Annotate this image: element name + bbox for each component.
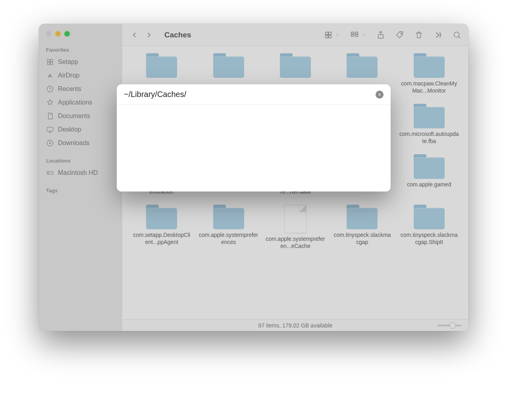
desktop-icon <box>46 126 54 134</box>
sidebar-item-recents[interactable]: Recents <box>39 82 122 96</box>
close-icon <box>378 93 382 97</box>
view-mode-button[interactable] <box>324 31 340 39</box>
svg-rect-11 <box>329 32 331 34</box>
svg-rect-1 <box>50 59 53 62</box>
folder-icon <box>414 53 445 78</box>
sidebar-header-tags: Tags <box>39 186 122 196</box>
status-bar: 97 items, 179,02 GB available <box>122 319 468 331</box>
status-text: 97 items, 179,02 GB available <box>258 322 333 329</box>
tag-button[interactable] <box>395 31 404 39</box>
chevron-updown-icon <box>335 31 340 39</box>
file-item-label: com.apple.systempreferen...eCache <box>266 236 325 250</box>
sidebar-item-label: Macintosh HD <box>58 169 98 176</box>
sidebar-item-applications[interactable]: Applications <box>39 96 122 109</box>
clock-icon <box>46 85 54 93</box>
file-item-label: com.macpaw.CleanMyMac...Monitor <box>399 80 459 94</box>
clear-input-button[interactable] <box>376 91 384 99</box>
file-item-label: com.tinyspeck.slackmacgap.ShipIt <box>399 232 459 246</box>
icon-size-slider[interactable] <box>438 325 461 326</box>
folder-icon <box>414 104 445 128</box>
folder-icon <box>280 53 311 78</box>
folder-icon <box>414 205 445 229</box>
file-item[interactable]: com.tinyspeck.slackmacgap.ShipIt <box>399 205 459 250</box>
sidebar-item-label: Applications <box>58 99 92 106</box>
window-controls <box>39 29 122 44</box>
sidebar-item-macintosh-hd[interactable]: Macintosh HD <box>39 166 122 180</box>
disk-icon <box>46 169 54 177</box>
sidebar: Favorites Setapp AirDrop Recents Applica… <box>39 24 122 331</box>
sidebar-item-label: Documents <box>58 112 90 120</box>
sidebar-item-label: AirDrop <box>58 72 79 79</box>
sidebar-item-label: Setapp <box>58 58 78 66</box>
search-button[interactable] <box>453 31 461 39</box>
go-to-folder-dialog <box>117 84 391 192</box>
svg-rect-3 <box>50 62 53 65</box>
file-item[interactable]: com.tinyspeck.slackmacgap <box>332 205 392 250</box>
go-to-path-input[interactable] <box>124 90 376 99</box>
file-item-label: com.apple.gamed <box>407 181 451 188</box>
downloads-icon <box>46 139 54 147</box>
svg-rect-2 <box>47 62 50 65</box>
window-title: Caches <box>162 31 319 39</box>
svg-rect-17 <box>355 35 358 37</box>
folder-icon <box>213 205 244 229</box>
grid-icon <box>324 31 333 39</box>
svg-rect-15 <box>351 35 354 37</box>
fullscreen-window-button[interactable] <box>64 31 70 37</box>
more-button[interactable] <box>434 31 442 39</box>
setapp-icon <box>46 58 54 66</box>
folder-icon <box>414 154 445 179</box>
forward-button[interactable] <box>145 31 152 39</box>
sidebar-item-label: Recents <box>58 85 81 93</box>
trash-button[interactable] <box>414 31 423 39</box>
svg-rect-14 <box>351 32 354 34</box>
file-item[interactable]: com.apple.gamed <box>399 154 459 195</box>
file-item-label: com.microsoft.autoupdate.fba <box>399 131 459 145</box>
svg-rect-10 <box>326 32 328 34</box>
file-item-label: com.setapp.DesktopClient...ppAgent <box>132 232 191 246</box>
group-by-button[interactable] <box>350 31 366 39</box>
folder-icon <box>146 53 177 78</box>
svg-point-19 <box>401 33 402 34</box>
close-window-button[interactable] <box>46 31 52 37</box>
file-item[interactable]: com.macpaw.CleanMyMac...Monitor <box>399 53 459 94</box>
toolbar: Caches <box>122 24 468 46</box>
svg-rect-6 <box>47 127 53 131</box>
back-button[interactable] <box>131 31 138 39</box>
folder-icon <box>347 53 378 78</box>
sidebar-item-desktop[interactable]: Desktop <box>39 123 122 136</box>
minimize-window-button[interactable] <box>55 31 61 37</box>
file-item[interactable]: com.apple.systempreferen...eCache <box>266 205 325 250</box>
file-item-label: com.tinyspeck.slackmacgap <box>332 232 392 246</box>
folder-icon <box>146 205 177 229</box>
file-icon <box>284 205 306 233</box>
sidebar-item-downloads[interactable]: Downloads <box>39 136 122 150</box>
svg-rect-0 <box>47 59 50 62</box>
sidebar-header-locations: Locations <box>39 156 122 166</box>
sidebar-item-documents[interactable]: Documents <box>39 109 122 123</box>
svg-rect-13 <box>329 35 331 37</box>
chevron-down-icon <box>361 31 366 39</box>
sidebar-item-setapp[interactable]: Setapp <box>39 55 122 69</box>
sidebar-item-airdrop[interactable]: AirDrop <box>39 69 122 82</box>
file-item[interactable]: com.setapp.DesktopClient...ppAgent <box>132 205 191 250</box>
file-item[interactable]: com.apple.systempreferences <box>199 205 258 250</box>
file-item-label: com.apple.systempreferences <box>199 232 258 246</box>
group-icon <box>350 31 359 39</box>
svg-rect-12 <box>326 35 328 37</box>
sidebar-item-label: Desktop <box>58 126 81 133</box>
sidebar-header-favorites: Favorites <box>39 45 122 55</box>
folder-icon <box>347 205 378 229</box>
sidebar-item-label: Downloads <box>58 139 89 147</box>
airdrop-icon <box>46 72 54 79</box>
applications-icon <box>46 99 54 107</box>
file-item[interactable]: com.microsoft.autoupdate.fba <box>399 104 459 145</box>
folder-icon <box>213 53 244 78</box>
share-button[interactable] <box>376 31 385 39</box>
document-icon <box>46 112 54 120</box>
svg-point-9 <box>48 172 49 173</box>
svg-rect-16 <box>355 32 358 34</box>
svg-point-20 <box>454 32 459 37</box>
